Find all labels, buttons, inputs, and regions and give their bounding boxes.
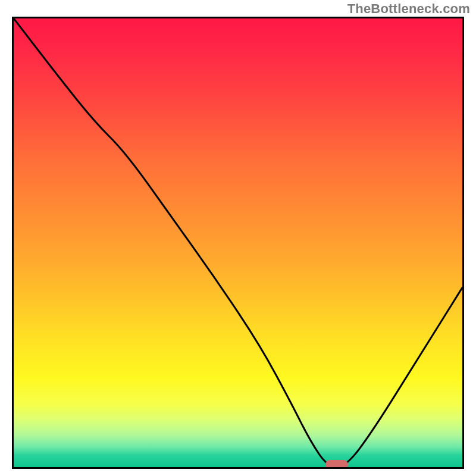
optimum-marker xyxy=(325,460,348,469)
plot-area xyxy=(12,17,464,469)
chart-container: TheBottleneck.com xyxy=(0,0,476,476)
bottleneck-curve xyxy=(14,18,462,467)
watermark-text: TheBottleneck.com xyxy=(347,1,470,17)
